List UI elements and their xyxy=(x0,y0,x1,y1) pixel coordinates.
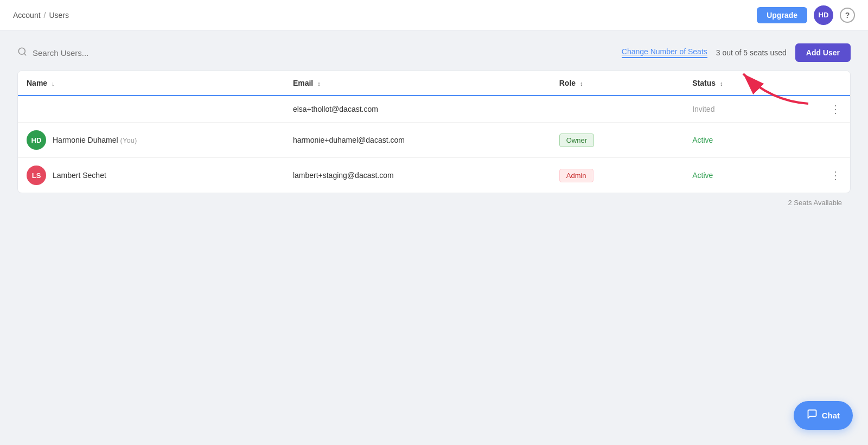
top-bar: Account / Users Upgrade HD ? xyxy=(0,0,868,30)
top-bar-actions: Upgrade HD ? xyxy=(757,5,855,25)
search-input[interactable] xyxy=(33,48,195,58)
breadcrumb: Account / Users xyxy=(13,11,69,20)
change-seats-link[interactable]: Change Number of Seats xyxy=(622,47,707,58)
user-avatar-1: HD xyxy=(27,130,46,150)
table-header-row: Name ↓ Email ↕ Role ↕ Status ↕ xyxy=(18,71,850,96)
user-name-cell xyxy=(18,96,284,123)
breadcrumb-users: Users xyxy=(49,11,69,20)
breadcrumb-account: Account xyxy=(13,11,41,20)
user-action-cell: ⋮ xyxy=(800,158,850,193)
user-action-cell xyxy=(800,123,850,158)
user-action-cell: ⋮ xyxy=(800,96,850,123)
user-cell: HD Harmonie Duhamel(You) xyxy=(27,130,276,150)
role-badge: Owner xyxy=(559,134,594,147)
user-name-cell: HD Harmonie Duhamel(You) xyxy=(18,123,284,158)
chat-label: Chat xyxy=(822,411,840,420)
table-row: elsa+thollot@dacast.comInvited⋮ xyxy=(18,96,850,123)
users-table: Name ↓ Email ↕ Role ↕ Status ↕ xyxy=(18,71,850,193)
chat-bubble-icon xyxy=(807,409,818,422)
user-role-cell xyxy=(551,96,684,123)
user-role-cell: Admin xyxy=(551,158,684,193)
main-content: Change Number of Seats 3 out of 5 seats … xyxy=(0,30,868,445)
user-avatar-2: LS xyxy=(27,166,46,185)
user-name-text: Harmonie Duhamel(You) xyxy=(53,136,137,144)
role-badge: Admin xyxy=(559,169,593,182)
col-header-status[interactable]: Status ↕ xyxy=(684,71,800,96)
user-status-cell: Active xyxy=(684,123,800,158)
col-header-email[interactable]: Email ↕ xyxy=(284,71,551,96)
user-email-cell: lambert+staging@dacast.com xyxy=(284,158,551,193)
status-badge: Invited xyxy=(692,105,714,113)
chat-button[interactable]: Chat xyxy=(794,401,853,430)
user-name-text: Lambert Sechet xyxy=(53,171,108,180)
user-avatar[interactable]: HD xyxy=(814,5,833,25)
more-menu-icon[interactable]: ⋮ xyxy=(830,103,841,115)
right-actions: Change Number of Seats 3 out of 5 seats … xyxy=(622,43,851,62)
col-header-name[interactable]: Name ↓ xyxy=(18,71,284,96)
user-role-cell: Owner xyxy=(551,123,684,158)
col-header-action xyxy=(800,71,850,96)
breadcrumb-separator: / xyxy=(44,11,46,20)
search-container xyxy=(17,47,622,59)
seats-used-info: 3 out of 5 seats used xyxy=(716,48,787,57)
user-email-cell: harmonie+duhamel@dacast.com xyxy=(284,123,551,158)
search-icon xyxy=(17,47,27,59)
seats-available-label: 2 Seats Available xyxy=(17,193,851,207)
help-icon[interactable]: ? xyxy=(840,8,855,23)
col-header-role[interactable]: Role ↕ xyxy=(551,71,684,96)
upgrade-button[interactable]: Upgrade xyxy=(757,7,807,23)
more-menu-icon[interactable]: ⋮ xyxy=(830,169,841,181)
search-actions-row: Change Number of Seats 3 out of 5 seats … xyxy=(17,43,851,62)
status-badge: Active xyxy=(692,171,713,180)
add-user-button[interactable]: Add User xyxy=(795,43,851,62)
user-email-cell: elsa+thollot@dacast.com xyxy=(284,96,551,123)
table-row: HD Harmonie Duhamel(You) harmonie+duhame… xyxy=(18,123,850,158)
role-sort-icon: ↕ xyxy=(580,80,583,87)
status-sort-icon: ↕ xyxy=(720,80,723,87)
user-status-cell: Invited xyxy=(684,96,800,123)
status-badge: Active xyxy=(692,136,713,144)
user-name-cell: LS Lambert Sechet xyxy=(18,158,284,193)
users-table-container: Name ↓ Email ↕ Role ↕ Status ↕ xyxy=(17,71,851,193)
user-cell: LS Lambert Sechet xyxy=(27,166,276,185)
user-status-cell: Active xyxy=(684,158,800,193)
name-sort-icon: ↓ xyxy=(52,80,55,87)
email-sort-icon: ↕ xyxy=(317,80,321,87)
table-row: LS Lambert Sechet lambert+staging@dacast… xyxy=(18,158,850,193)
svg-line-1 xyxy=(24,53,25,55)
you-label: (You) xyxy=(120,136,137,144)
